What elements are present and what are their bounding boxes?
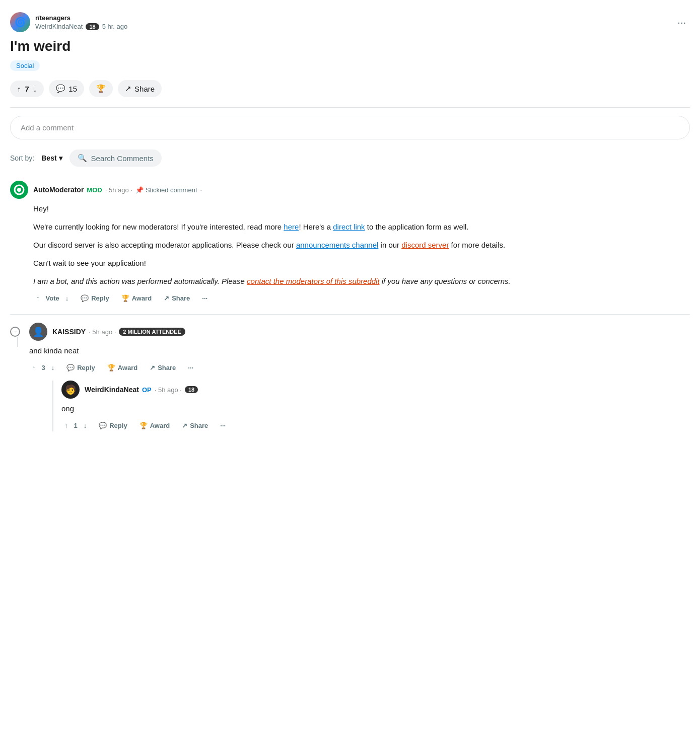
comment-placeholder: Add a comment bbox=[21, 123, 74, 132]
comment-award-button[interactable]: 🏆 Award bbox=[118, 292, 155, 304]
share-icon-comment: ↗ bbox=[164, 294, 169, 302]
mod-badge: MOD bbox=[87, 186, 102, 194]
reply-username[interactable]: WeirdKindaNeat bbox=[85, 386, 139, 394]
search-icon: 🔍 bbox=[78, 154, 87, 163]
award-button[interactable]: 🏆 bbox=[89, 80, 113, 97]
post-author-avatar[interactable]: 🌀 bbox=[10, 12, 30, 32]
award-icon-comment: 🏆 bbox=[121, 294, 129, 302]
reply-actions-weirdkindaneat: ↑ 1 ↓ 💬 Reply 🏆 Award bbox=[61, 420, 690, 431]
comment-para-2: We're currently looking for new moderato… bbox=[33, 221, 690, 233]
award-icon-kaissidy: 🏆 bbox=[107, 364, 115, 371]
share-icon-kaissidy: ↗ bbox=[150, 364, 155, 371]
action-bar: ↑ 7 ↓ 💬 15 🏆 ↗ Share bbox=[10, 80, 690, 97]
sort-value: Best bbox=[41, 154, 56, 162]
automoderator-time: · 5h ago · bbox=[105, 186, 132, 194]
kaissidy-avatar: 👤 bbox=[29, 323, 47, 341]
downvote-icon[interactable]: ↓ bbox=[33, 85, 37, 93]
sort-row: Sort by: Best ▾ 🔍 Search Comments bbox=[10, 149, 690, 167]
reply-body-weirdkindaneat: ong bbox=[61, 403, 690, 415]
stickied-label: 📌 Stickied comment bbox=[135, 186, 197, 194]
sort-label: Sort by: bbox=[10, 154, 34, 162]
sort-chevron: ▾ bbox=[59, 154, 62, 162]
search-comments-label: Search Comments bbox=[91, 154, 154, 163]
kaissidy-vote-count: 3 bbox=[42, 364, 45, 371]
divider-2 bbox=[10, 314, 690, 315]
comment-reply-button[interactable]: 💬 Reply bbox=[78, 292, 112, 304]
share-button[interactable]: ↗ Share bbox=[118, 80, 162, 97]
subreddit-name[interactable]: r/teenagers bbox=[35, 14, 127, 22]
award-icon: 🏆 bbox=[96, 84, 106, 93]
automoderator-body: Hey! We're currently looking for new mod… bbox=[33, 203, 690, 287]
pin-icon: 📌 bbox=[135, 186, 144, 194]
comments-section: AutoModerator MOD · 5h ago · 📌 Stickied … bbox=[10, 179, 690, 431]
user-row: WeirdKindaNeat 18 5 hr. ago bbox=[35, 23, 127, 30]
collapse-button[interactable]: − bbox=[10, 327, 20, 337]
post-flair[interactable]: Social bbox=[10, 60, 40, 71]
comment-count: 15 bbox=[68, 85, 77, 93]
upvote-icon[interactable]: ↑ bbox=[17, 85, 21, 93]
reply-reply-button[interactable]: 💬 Reply bbox=[96, 420, 130, 431]
kaissidy-username[interactable]: KAISSIDY bbox=[52, 328, 86, 336]
post-age-badge: 18 bbox=[86, 23, 99, 30]
kaissidy-vote: ↑ 3 ↓ bbox=[29, 362, 57, 373]
kaissidy-more-button[interactable]: ··· bbox=[185, 362, 196, 373]
automoderator-actions: ↑ Vote ↓ 💬 Reply 🏆 Award ↗ Share ··· bbox=[33, 292, 690, 304]
post-username[interactable]: WeirdKindaNeat bbox=[35, 23, 83, 30]
kaissidy-award-button[interactable]: 🏆 Award bbox=[104, 362, 141, 373]
comment-para-4: Can't wait to see your application! bbox=[33, 257, 690, 269]
reply-award-button[interactable]: 🏆 Award bbox=[136, 420, 173, 431]
reply-age-badge: 18 bbox=[185, 386, 198, 393]
sort-select[interactable]: Best ▾ bbox=[41, 154, 62, 162]
reply-meta-weirdkindaneat: WeirdKindaNeat OP · 5h ago · 18 bbox=[85, 386, 198, 394]
kaissidy-body: and kinda neat bbox=[29, 345, 690, 357]
share-icon: ↗ bbox=[125, 84, 131, 93]
search-comments-button[interactable]: 🔍 Search Comments bbox=[69, 149, 162, 167]
reply-downvote[interactable]: ↓ bbox=[81, 420, 90, 431]
share-label: Share bbox=[134, 85, 155, 93]
comment-para-1: Hey! bbox=[33, 203, 690, 215]
comment-share-button[interactable]: ↗ Share bbox=[161, 292, 193, 304]
reply-share-button[interactable]: ↗ Share bbox=[179, 420, 211, 431]
comment-input[interactable]: Add a comment bbox=[10, 116, 690, 139]
weirdkindaneat-avatar: 🧑 bbox=[61, 381, 80, 399]
direct-link[interactable]: direct link bbox=[333, 222, 365, 231]
reply-more-button[interactable]: ··· bbox=[217, 420, 229, 431]
vote-count: 7 bbox=[25, 85, 29, 93]
comment-icon: 💬 bbox=[56, 84, 65, 93]
share-icon-reply: ↗ bbox=[182, 422, 187, 429]
reply-vote-count: 1 bbox=[74, 422, 78, 429]
kaissidy-comment-text: and kinda neat bbox=[29, 345, 690, 357]
post-time: 5 hr. ago bbox=[102, 23, 128, 30]
comment-meta-kaissidy: KAISSIDY · 5h ago · 2 MILLION ATTENDEE bbox=[52, 328, 185, 336]
comment-meta-automoderator: AutoModerator MOD · 5h ago · 📌 Stickied … bbox=[33, 186, 202, 194]
svg-point-1 bbox=[17, 188, 21, 192]
vote-button[interactable]: ↑ 7 ↓ bbox=[10, 81, 44, 97]
automoderator-username[interactable]: AutoModerator bbox=[33, 186, 84, 194]
kaissidy-reply-button[interactable]: 💬 Reply bbox=[63, 362, 98, 373]
kaissidy-share-button[interactable]: ↗ Share bbox=[147, 362, 179, 373]
here-link[interactable]: here bbox=[284, 222, 299, 231]
reply-vote: ↑ 1 ↓ bbox=[61, 420, 90, 431]
more-options-button[interactable]: ··· bbox=[673, 15, 690, 30]
reply-header-weirdkindaneat: 🧑 WeirdKindaNeat OP · 5h ago · 18 bbox=[61, 381, 690, 399]
comment-upvote-button[interactable]: ↑ bbox=[33, 292, 43, 304]
reply-icon-kaissidy: 💬 bbox=[66, 364, 75, 371]
comment-count-button[interactable]: 💬 15 bbox=[49, 80, 84, 97]
kaissidy-flair: 2 MILLION ATTENDEE bbox=[119, 328, 185, 336]
reply-upvote[interactable]: ↑ bbox=[61, 420, 71, 431]
comment-header-automoderator: AutoModerator MOD · 5h ago · 📌 Stickied … bbox=[10, 181, 690, 199]
reply-icon: 💬 bbox=[81, 294, 89, 302]
comment-para-5: I am a bot, and this action was performe… bbox=[33, 275, 690, 287]
comment-header-kaissidy: 👤 KAISSIDY · 5h ago · 2 MILLION ATTENDEE bbox=[29, 323, 690, 341]
comment-more-button[interactable]: ··· bbox=[199, 292, 211, 304]
kaissidy-downvote[interactable]: ↓ bbox=[48, 362, 58, 373]
divider bbox=[10, 107, 690, 108]
kaissidy-upvote[interactable]: ↑ bbox=[29, 362, 39, 373]
comment-vote-label: Vote bbox=[46, 294, 59, 302]
discord-server-link[interactable]: discord server bbox=[401, 241, 449, 249]
comment-downvote-button[interactable]: ↓ bbox=[62, 292, 72, 304]
thread-line bbox=[17, 337, 18, 347]
reply-text: ong bbox=[61, 403, 690, 415]
announcements-channel-link[interactable]: announcements channel bbox=[296, 241, 378, 249]
contact-mods-link[interactable]: contact the moderators of this subreddit bbox=[247, 277, 379, 285]
